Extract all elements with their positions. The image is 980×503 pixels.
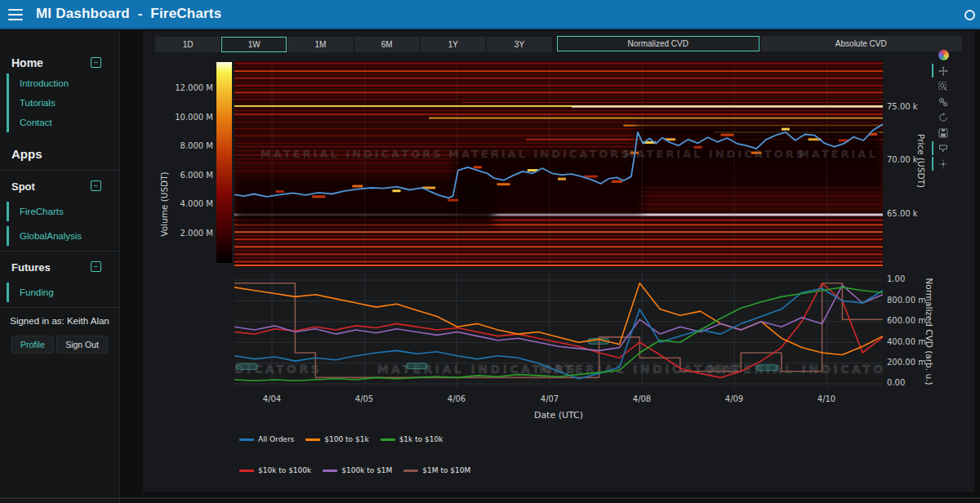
- timeframe-3y-button[interactable]: 3Y: [487, 37, 552, 52]
- price-heatmap-chart[interactable]: MATERIAL INDICATORSMATERIAL INDICATORSMA…: [234, 61, 883, 267]
- date-tick-label: 4/04: [256, 394, 288, 403]
- tick-label: 70.00 k: [887, 155, 928, 164]
- date-tick-label: 4/06: [440, 394, 473, 403]
- chart-legend: All Orders$100 to $1k$1k to $10k$10k to …: [239, 434, 470, 496]
- legend-row: All Orders$100 to $1k$1k to $10k: [239, 434, 470, 444]
- legend-item-100-to-1k[interactable]: $100 to $1k: [305, 435, 368, 443]
- sidebar-divider: [0, 251, 119, 252]
- timeframe-1y-button[interactable]: 1Y: [421, 37, 486, 52]
- watermark-text: MATERIAL INDICATORS: [261, 148, 443, 160]
- tick-label: 10.000 M: [166, 113, 213, 122]
- cvd-svg[interactable]: INDICATORSMATERIAL INDICATORSMATERIAL IN…: [234, 273, 883, 388]
- cvd-absolute-cvd-button[interactable]: Absolute CVD: [760, 36, 963, 51]
- legend-label: $100 to $1k: [324, 435, 368, 443]
- legend-label: $10k to $100k: [258, 466, 311, 474]
- collapse-home-button[interactable]: −: [91, 57, 101, 68]
- timeframe-1m-button[interactable]: 1M: [287, 37, 353, 52]
- legend-row: $10k to $100k$100k to $1M$1M to $10M: [239, 465, 470, 475]
- sidebar-group-label: Home: [11, 56, 43, 69]
- timeframe-button-group: 1D1W1M6M1Y3Y: [155, 37, 552, 52]
- legend-line-sample: [403, 470, 418, 472]
- date-tick-label: 4/10: [810, 394, 843, 403]
- spikelines-icon[interactable]: [937, 158, 950, 170]
- tick-label: 2.000 M: [166, 229, 213, 238]
- timeframe-1w-button[interactable]: 1W: [221, 37, 287, 52]
- legend-item-1k-to-10k[interactable]: $1k to $10k: [381, 435, 443, 443]
- sidebar-divider: [0, 307, 119, 308]
- legend-label: $1k to $10k: [399, 435, 443, 443]
- legend-item-all-orders[interactable]: All Orders: [239, 435, 294, 443]
- profile-button[interactable]: Profile: [11, 336, 54, 354]
- cvd-line-chart[interactable]: INDICATORSMATERIAL INDICATORSMATERIAL IN…: [234, 273, 883, 388]
- menu-icon[interactable]: [8, 9, 23, 20]
- signed-in-text: Signed in as: Keith Alan: [0, 316, 119, 326]
- legend-line-sample: [239, 470, 254, 472]
- sidebar: Home−IntroductionTutorialsContactAppsSpo…: [0, 31, 120, 503]
- legend-line-sample: [305, 438, 320, 441]
- tick-label: 600.00 m: [887, 316, 936, 325]
- watermark-text: MATERIAL INDICATORS: [448, 148, 631, 160]
- tick-label: 65.00 k: [887, 209, 928, 218]
- legend-item-1m-to-10m[interactable]: $1M to $10M: [403, 466, 470, 474]
- zoom-in-out-icon[interactable]: [937, 96, 950, 108]
- sidebar-item-funding[interactable]: Funding: [7, 283, 119, 302]
- legend-line-sample: [381, 438, 395, 441]
- legend-label: $100k to $1M: [341, 466, 392, 474]
- collapse-futures-button[interactable]: −: [91, 261, 101, 272]
- chart-modebar: [934, 49, 952, 170]
- sidebar-item-introduction[interactable]: Introduction: [7, 73, 119, 93]
- heatmap-svg[interactable]: MATERIAL INDICATORSMATERIAL INDICATORSMA…: [234, 61, 883, 267]
- sidebar-item-tutorials[interactable]: Tutorials: [7, 93, 119, 113]
- collapse-spot-button[interactable]: −: [91, 180, 101, 191]
- cvd-normalized-cvd-button[interactable]: Normalized CVD: [557, 36, 760, 51]
- app-header: MI Dashboard - FireCharts: [0, 0, 980, 29]
- horizontal-scrollbar[interactable]: [0, 497, 980, 499]
- legend-item-100k-to-1m[interactable]: $100k to $1M: [323, 466, 392, 474]
- main-panel: 1D1W1M6M1Y3Y Normalized CVDAbsolute CVD …: [143, 31, 974, 492]
- sidebar-divider: [0, 170, 119, 171]
- save-image-icon[interactable]: [937, 127, 950, 139]
- account-buttons: ProfileSign Out: [0, 336, 119, 354]
- plotly-logo-icon[interactable]: [937, 49, 950, 61]
- timeframe-6m-button[interactable]: 6M: [354, 37, 420, 52]
- legend-label: All Orders: [258, 435, 294, 443]
- legend-item-10k-to-100k[interactable]: $10k to $100k: [239, 466, 311, 474]
- timeframe-1d-button[interactable]: 1D: [155, 37, 220, 52]
- volume-colorbar: [216, 62, 232, 263]
- sidebar-item-firecharts[interactable]: FireCharts: [7, 202, 119, 221]
- account-circle-icon[interactable]: [964, 10, 975, 20]
- app-window: MI Dashboard - FireCharts Home−Introduct…: [0, 0, 980, 503]
- legend-line-sample: [239, 438, 254, 441]
- sidebar-heading-apps: Apps: [0, 142, 119, 165]
- watermark-text: MATERIAL INDICATORS: [623, 148, 806, 160]
- legend-line-sample: [323, 470, 337, 472]
- reset-axes-icon[interactable]: [937, 111, 950, 123]
- sign-out-button[interactable]: Sign Out: [56, 336, 108, 354]
- legend-label: $1M to $10M: [422, 466, 470, 474]
- pan-icon[interactable]: [937, 65, 950, 77]
- tick-label: 8.000 M: [166, 141, 213, 150]
- date-tick-label: 4/09: [718, 394, 751, 403]
- tick-label: 200.00 m: [887, 358, 936, 367]
- sidebar-group-spot: Spot−: [0, 176, 119, 197]
- sidebar-group-futures: Futures−: [0, 256, 119, 278]
- cvd-axis-title: Normalized CVD (arb. u.): [924, 278, 934, 385]
- sidebar-item-globalanalysis[interactable]: GlobalAnalysis: [7, 226, 119, 246]
- cvd-mode-button-group: Normalized CVDAbsolute CVD: [557, 36, 962, 51]
- sidebar-group-label: Futures: [11, 261, 51, 274]
- watermark-text: MATERIAL INDICATORS: [799, 148, 883, 160]
- tick-label: 6.000 M: [166, 171, 213, 180]
- tick-label: 4.000 M: [166, 199, 213, 208]
- tick-label: 75.00 k: [887, 102, 928, 111]
- sidebar-item-contact[interactable]: Contact: [7, 113, 119, 132]
- box-zoom-icon[interactable]: [937, 80, 950, 92]
- sidebar-group-home: Home−: [0, 52, 119, 73]
- toggle-hover-icon[interactable]: [937, 142, 950, 154]
- date-tick-label: 4/07: [533, 394, 566, 403]
- tick-label: 400.00 m: [887, 337, 936, 346]
- tick-label: 800.00 m: [887, 296, 936, 305]
- tick-label: 0.00: [887, 378, 936, 387]
- date-tick-label: 4/05: [348, 394, 381, 403]
- x-axis-title: Date (UTC): [534, 410, 583, 421]
- app-title: MI Dashboard - FireCharts: [36, 6, 221, 22]
